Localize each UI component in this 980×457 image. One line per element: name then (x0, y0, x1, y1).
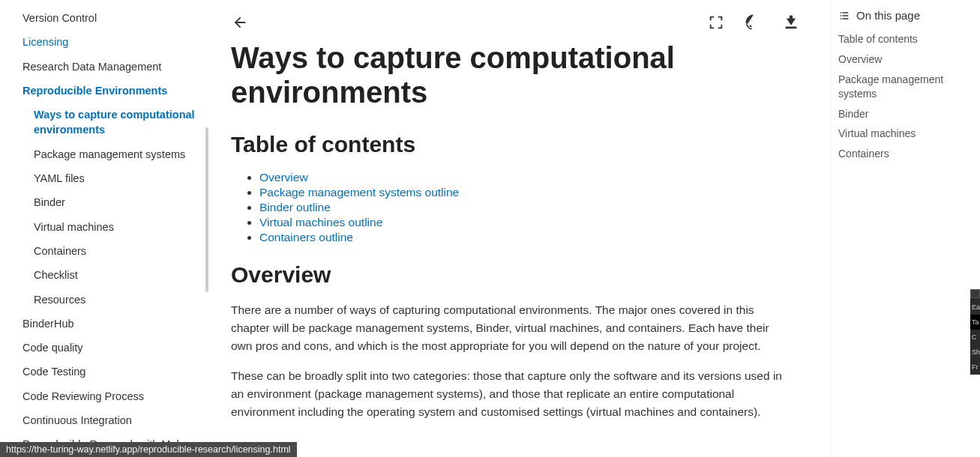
right-item-overview[interactable]: Overview (838, 49, 973, 70)
back-arrow-icon[interactable] (231, 13, 249, 31)
right-item-virtual-machines[interactable]: Virtual machines (838, 124, 973, 144)
nav-sub-containers[interactable]: Containers (0, 239, 208, 263)
floating-panel-stub: Ea Ta C Sh Fr (970, 289, 980, 375)
svg-rect-0 (786, 27, 797, 29)
main-content: Ways to capture computational environmen… (208, 0, 830, 457)
nav-reproducible-environments[interactable]: Reproducible Environments (0, 79, 208, 103)
nav-research-data-management[interactable]: Research Data Management (0, 55, 208, 79)
nav-version-control[interactable]: Version Control (0, 6, 208, 30)
fullscreen-icon[interactable] (707, 13, 725, 31)
download-icon[interactable] (782, 13, 800, 31)
github-icon[interactable] (745, 13, 763, 31)
right-item-binder[interactable]: Binder (838, 104, 973, 124)
toc-link-overview[interactable]: Overview (259, 171, 308, 184)
toc-link-binder[interactable]: Binder outline (259, 201, 331, 214)
right-item-containers[interactable]: Containers (838, 144, 973, 164)
right-toc-header: On this page (838, 9, 973, 22)
nav-continuous-integration[interactable]: Continuous Integration (0, 408, 208, 432)
list-icon (838, 10, 850, 22)
page-title: Ways to capture computational environmen… (231, 40, 808, 109)
toc-link-containers[interactable]: Containers outline (259, 231, 353, 243)
right-toc: On this page Table of contents Overview … (830, 0, 980, 457)
toc-list: Overview Package management systems outl… (231, 171, 808, 244)
right-item-toc[interactable]: Table of contents (838, 29, 973, 49)
toc-link-package-management[interactable]: Package management systems outline (259, 186, 459, 199)
overview-para-1: There are a number of ways of capturing … (231, 301, 790, 355)
topbar (231, 7, 808, 37)
nav-sub-ways-to-capture[interactable]: Ways to capture computational environmen… (0, 103, 208, 142)
nav-sub-checklist[interactable]: Checklist (0, 263, 208, 287)
nav-sub-package-management[interactable]: Package management systems (0, 142, 208, 166)
nav-binderhub[interactable]: BinderHub (0, 312, 208, 336)
nav-code-quality[interactable]: Code quality (0, 336, 208, 360)
nav-licensing[interactable]: Licensing (0, 30, 208, 54)
nav-sub-virtual-machines[interactable]: Virtual machines (0, 215, 208, 239)
nav-code-testing[interactable]: Code Testing (0, 360, 208, 384)
toc-heading: Table of contents (231, 132, 808, 157)
toc-link-virtual-machines[interactable]: Virtual machines outline (259, 216, 382, 228)
nav-sub-binder[interactable]: Binder (0, 190, 208, 214)
nav-sub-yaml-files[interactable]: YAML files (0, 166, 208, 190)
nav-sub-resources[interactable]: Resources (0, 288, 208, 312)
right-item-package-management[interactable]: Package management systems (838, 70, 973, 104)
left-sidebar: Version Control Licensing Research Data … (0, 0, 208, 457)
overview-para-2: These can be broadly split into two cate… (231, 367, 790, 421)
overview-heading: Overview (231, 262, 808, 288)
status-bar-url: https://the-turing-way.netlify.app/repro… (0, 442, 297, 457)
nav-code-reviewing[interactable]: Code Reviewing Process (0, 384, 208, 408)
